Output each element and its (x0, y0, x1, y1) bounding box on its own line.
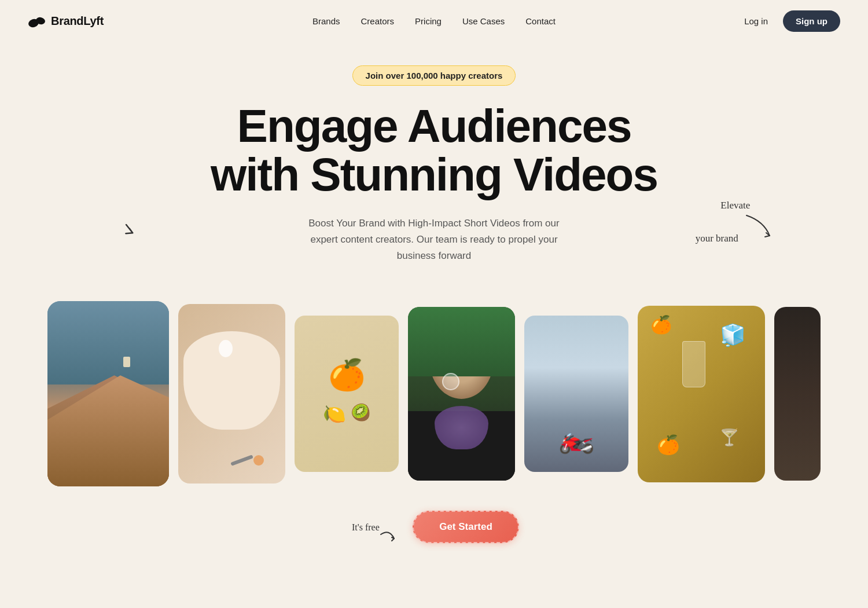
logo-text: BrandLyft (51, 14, 104, 28)
image-strip: 🍊 🍋 🥝 🏍️ 🧊 🍊 🍊 🍸 (12, 278, 856, 504)
svg-text:It's free: It's free (352, 522, 380, 532)
hero-subtitle: Boost Your Brand with High-Impact Short … (307, 215, 561, 264)
image-card-spa (178, 304, 285, 484)
login-button[interactable]: Log in (736, 12, 776, 31)
nav-item-use-cases[interactable]: Use Cases (462, 16, 505, 27)
image-card-fruit: 🍊 🍋 🥝 (295, 316, 399, 472)
cta-area: It's free Get Started (12, 504, 856, 567)
nav-actions: Log in Sign up (736, 10, 840, 32)
nav-item-pricing[interactable]: Pricing (415, 16, 442, 27)
nav-links: Brands Creators Pricing Use Cases Contac… (312, 16, 556, 27)
nav-item-creators[interactable]: Creators (361, 16, 395, 27)
nav-item-brands[interactable]: Brands (312, 16, 340, 27)
annotation-left (115, 221, 141, 254)
nav-item-contact[interactable]: Contact (525, 16, 556, 27)
image-card-drinks: 🧊 🍊 🍊 🍸 (638, 306, 765, 482)
signup-button[interactable]: Sign up (783, 10, 840, 32)
hero-badge: Join over 100,000 happy creators (352, 65, 516, 86)
get-started-button[interactable]: Get Started (413, 511, 519, 543)
image-card-dark (774, 307, 821, 481)
image-card-moto: 🏍️ (524, 316, 628, 472)
image-card-woman (408, 307, 515, 481)
logo[interactable]: BrandLyft (28, 14, 104, 28)
navbar: BrandLyft Brands Creators Pricing Use Ca… (0, 0, 868, 42)
hero-section: Join over 100,000 happy creators Elevate… (0, 42, 868, 567)
cta-annotation: It's free (349, 514, 401, 549)
image-card-cliff (47, 301, 169, 486)
hero-title: Engage Audiences with Stunning Videos (197, 102, 671, 199)
annotation-right: Elevateyour brand (696, 199, 775, 246)
logo-icon (28, 15, 46, 28)
